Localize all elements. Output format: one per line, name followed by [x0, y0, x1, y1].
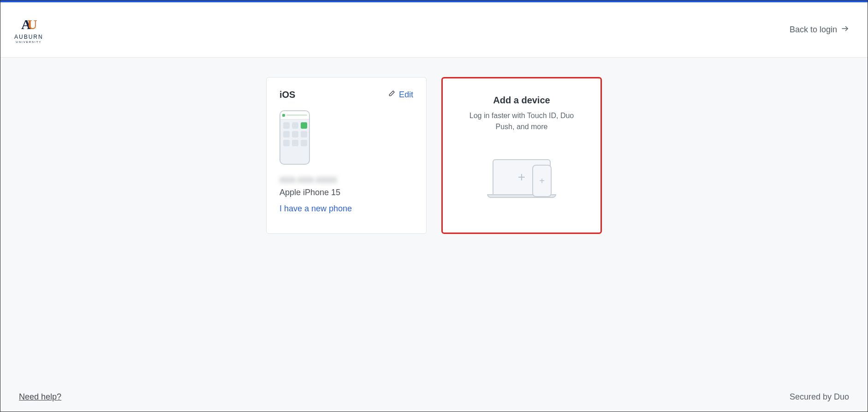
org-name: AUBURN	[14, 34, 43, 40]
arrow-right-icon	[841, 24, 849, 35]
add-device-title: Add a device	[456, 95, 588, 106]
add-device-subtitle: Log in faster with Touch ID, Duo Push, a…	[456, 110, 588, 132]
main-area: iOS Edit	[0, 58, 868, 412]
device-card: iOS Edit	[266, 77, 427, 234]
footer: Need help? Secured by Duo	[0, 382, 868, 412]
phone-icon: +	[532, 165, 552, 197]
device-model: Apple iPhone 15	[279, 188, 413, 197]
org-subname: UNIVERSITY	[16, 41, 42, 43]
new-phone-link[interactable]: I have a new phone	[279, 204, 352, 214]
secured-by-label: Secured by Duo	[790, 392, 849, 402]
org-logo-mark: A U	[19, 16, 38, 32]
back-to-login-label: Back to login	[790, 25, 837, 35]
edit-device-button[interactable]: Edit	[388, 90, 413, 100]
phone-illustration	[279, 110, 310, 165]
svg-text:U: U	[27, 17, 37, 32]
back-to-login-link[interactable]: Back to login	[790, 24, 849, 35]
cards-row: iOS Edit	[0, 77, 868, 234]
header: A U AUBURN UNIVERSITY Back to login	[0, 2, 868, 58]
plus-icon: +	[539, 176, 545, 185]
app-frame: A U AUBURN UNIVERSITY Back to login iOS	[0, 0, 868, 412]
plus-icon: +	[518, 171, 525, 184]
edit-label: Edit	[399, 90, 413, 100]
need-help-link[interactable]: Need help?	[19, 392, 61, 402]
device-phone-number: XXX-XXX-XXXX	[279, 176, 413, 185]
add-device-card[interactable]: Add a device Log in faster with Touch ID…	[441, 77, 602, 234]
device-platform: iOS	[279, 90, 295, 100]
pencil-icon	[388, 90, 395, 100]
org-logo: A U AUBURN UNIVERSITY	[14, 16, 43, 43]
devices-illustration: + +	[456, 149, 588, 195]
